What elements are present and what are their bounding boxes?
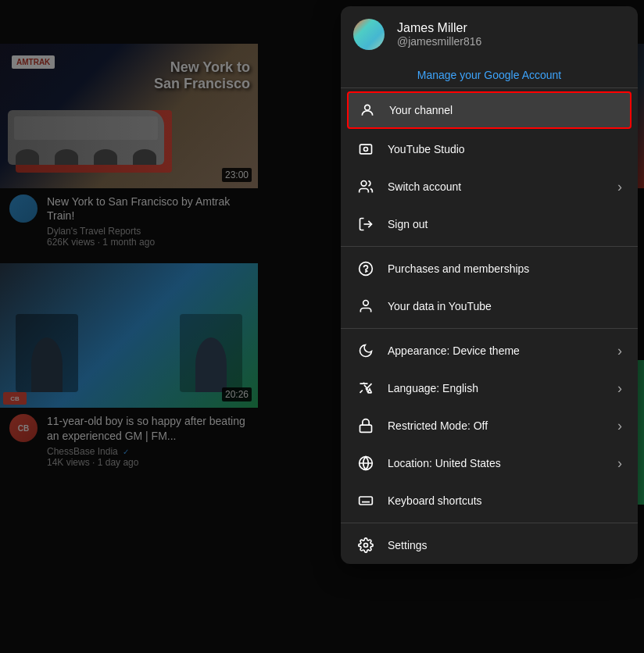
profile-avatar	[353, 19, 385, 50]
menu-item-appearance[interactable]: Appearance: Device theme ›	[341, 332, 638, 369]
your-data-label: Your data in YouTube	[388, 300, 622, 312]
location-label: Location: United States	[388, 457, 605, 469]
profile-name: James Miller	[397, 21, 622, 35]
menu-item-your-data[interactable]: Your data in YouTube	[341, 287, 638, 325]
profile-handle: @jamesmiller816	[397, 35, 622, 48]
menu-item-language[interactable]: Language: English ›	[341, 369, 638, 407]
divider-2	[341, 246, 638, 247]
svg-point-8	[361, 181, 367, 187]
gear-icon	[356, 536, 375, 555]
person-icon	[358, 101, 377, 120]
profile-section: James Miller @jamesmiller816	[341, 6, 638, 62]
person-data-icon	[356, 297, 375, 316]
dollar-circle-icon	[356, 259, 375, 278]
moon-icon	[356, 341, 375, 360]
menu-item-location[interactable]: Location: United States ›	[341, 444, 638, 482]
purchases-label: Purchases and memberships	[388, 262, 622, 275]
menu-item-keyboard[interactable]: Keyboard shortcuts	[341, 482, 638, 519]
divider-4	[341, 523, 638, 523]
svg-point-17	[364, 544, 368, 548]
language-label: Language: English	[388, 382, 605, 394]
menu-item-sign-out[interactable]: Sign out	[341, 205, 638, 243]
chevron-appearance-icon: ›	[617, 343, 622, 359]
logout-icon	[356, 215, 375, 234]
menu-item-switch-account[interactable]: Switch account ›	[341, 168, 638, 205]
menu-item-settings[interactable]: Settings	[341, 526, 638, 564]
your-channel-label: Your channel	[389, 104, 621, 116]
manage-account-link[interactable]: Manage your Google Account	[341, 62, 638, 84]
svg-rect-13	[360, 425, 372, 432]
svg-point-12	[363, 301, 369, 306]
menu-item-purchases[interactable]: Purchases and memberships	[341, 250, 638, 287]
chevron-language-icon: ›	[617, 380, 622, 397]
keyboard-icon	[356, 491, 375, 510]
movie-icon	[356, 140, 375, 159]
svg-rect-6	[360, 145, 372, 154]
divider-1	[341, 87, 638, 88]
youtube-studio-label: YouTube Studio	[388, 143, 622, 155]
menu-item-youtube-studio[interactable]: YouTube Studio	[341, 130, 638, 168]
restricted-label: Restricted Mode: Off	[388, 419, 605, 432]
menu-item-restricted[interactable]: Restricted Mode: Off ›	[341, 407, 638, 444]
lock-icon	[356, 416, 375, 435]
settings-label: Settings	[388, 539, 622, 551]
switch-account-icon	[356, 177, 375, 196]
translate-icon	[356, 379, 375, 398]
chevron-right-icon: ›	[617, 179, 622, 195]
svg-rect-16	[360, 497, 373, 505]
svg-point-7	[364, 148, 368, 152]
chevron-location-icon: ›	[617, 455, 622, 472]
switch-account-label: Switch account	[388, 180, 605, 193]
sign-out-label: Sign out	[388, 218, 622, 230]
divider-3	[341, 328, 638, 329]
chevron-restricted-icon: ›	[617, 418, 622, 434]
globe-icon	[356, 454, 375, 473]
user-dropdown-menu: James Miller @jamesmiller816 Manage your…	[341, 6, 638, 564]
menu-item-your-channel[interactable]: Your channel	[347, 91, 631, 129]
svg-point-5	[365, 105, 370, 110]
appearance-label: Appearance: Device theme	[388, 344, 605, 357]
keyboard-shortcuts-label: Keyboard shortcuts	[388, 494, 622, 507]
